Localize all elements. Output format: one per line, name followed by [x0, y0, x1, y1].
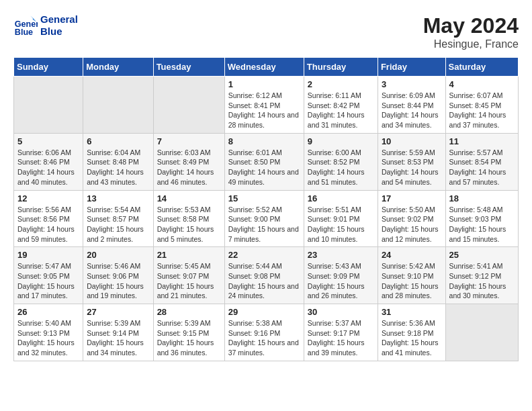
logo-text-blue: Blue — [40, 26, 78, 38]
day-cell: 23 Sunrise: 5:43 AM Sunset: 9:09 PM Dayl… — [304, 247, 378, 304]
day-cell: 18 Sunrise: 5:48 AM Sunset: 9:03 PM Dayl… — [445, 190, 518, 247]
day-number: 21 — [157, 250, 221, 260]
day-info: Sunrise: 5:41 AM Sunset: 9:12 PM Dayligh… — [449, 261, 515, 301]
day-number: 5 — [17, 136, 79, 146]
day-number: 1 — [228, 79, 300, 89]
day-cell: 29 Sunrise: 5:38 AM Sunset: 9:16 PM Dayl… — [224, 304, 304, 361]
days-header-row: SundayMondayTuesdayWednesdayThursdayFrid… — [14, 58, 519, 77]
day-cell: 15 Sunrise: 5:52 AM Sunset: 9:00 PM Dayl… — [224, 190, 304, 247]
week-row-5: 26 Sunrise: 5:40 AM Sunset: 9:13 PM Dayl… — [14, 304, 519, 361]
day-cell: 27 Sunrise: 5:39 AM Sunset: 9:14 PM Dayl… — [83, 304, 153, 361]
day-header-tuesday: Tuesday — [153, 58, 224, 77]
day-cell: 31 Sunrise: 5:36 AM Sunset: 9:18 PM Dayl… — [378, 304, 445, 361]
day-cell — [14, 77, 83, 134]
day-cell: 3 Sunrise: 6:09 AM Sunset: 8:44 PM Dayli… — [378, 77, 445, 134]
day-cell: 21 Sunrise: 5:45 AM Sunset: 9:07 PM Dayl… — [153, 247, 224, 304]
day-number: 24 — [382, 250, 442, 260]
day-info: Sunrise: 5:53 AM Sunset: 8:58 PM Dayligh… — [157, 205, 221, 244]
day-cell: 20 Sunrise: 5:46 AM Sunset: 9:06 PM Dayl… — [83, 247, 153, 304]
day-number: 10 — [382, 136, 442, 146]
day-number: 26 — [17, 307, 79, 317]
day-number: 20 — [87, 250, 149, 260]
day-number: 28 — [157, 307, 221, 317]
day-cell: 14 Sunrise: 5:53 AM Sunset: 8:58 PM Dayl… — [153, 190, 224, 247]
day-number: 12 — [17, 193, 79, 203]
day-number: 9 — [308, 136, 374, 146]
day-cell: 16 Sunrise: 5:51 AM Sunset: 9:01 PM Dayl… — [304, 190, 378, 247]
day-number: 22 — [228, 250, 300, 260]
day-number: 17 — [382, 193, 442, 203]
day-info: Sunrise: 6:12 AM Sunset: 8:41 PM Dayligh… — [228, 91, 300, 130]
day-info: Sunrise: 5:52 AM Sunset: 9:00 PM Dayligh… — [228, 205, 300, 244]
day-cell: 6 Sunrise: 6:04 AM Sunset: 8:48 PM Dayli… — [83, 133, 153, 190]
week-row-2: 5 Sunrise: 6:06 AM Sunset: 8:46 PM Dayli… — [14, 133, 519, 190]
day-info: Sunrise: 5:39 AM Sunset: 9:15 PM Dayligh… — [157, 318, 221, 358]
day-header-wednesday: Wednesday — [224, 58, 304, 77]
day-info: Sunrise: 5:37 AM Sunset: 9:17 PM Dayligh… — [308, 318, 374, 358]
day-cell: 17 Sunrise: 5:50 AM Sunset: 9:02 PM Dayl… — [378, 190, 445, 247]
day-number: 7 — [157, 136, 221, 146]
logo: General Blue General Blue — [13, 13, 78, 38]
day-info: Sunrise: 6:00 AM Sunset: 8:52 PM Dayligh… — [308, 148, 374, 187]
day-number: 8 — [228, 136, 300, 146]
day-header-saturday: Saturday — [445, 58, 518, 77]
day-header-thursday: Thursday — [304, 58, 378, 77]
day-cell: 19 Sunrise: 5:47 AM Sunset: 9:05 PM Dayl… — [14, 247, 83, 304]
day-cell: 30 Sunrise: 5:37 AM Sunset: 9:17 PM Dayl… — [304, 304, 378, 361]
day-info: Sunrise: 5:45 AM Sunset: 9:07 PM Dayligh… — [157, 261, 221, 301]
day-info: Sunrise: 5:50 AM Sunset: 9:02 PM Dayligh… — [382, 205, 442, 244]
day-number: 27 — [87, 307, 149, 317]
day-number: 13 — [87, 193, 149, 203]
day-cell: 11 Sunrise: 5:57 AM Sunset: 8:54 PM Dayl… — [445, 133, 518, 190]
day-cell — [445, 304, 518, 361]
day-info: Sunrise: 5:44 AM Sunset: 9:08 PM Dayligh… — [228, 261, 300, 301]
day-cell: 8 Sunrise: 6:01 AM Sunset: 8:50 PM Dayli… — [224, 133, 304, 190]
day-cell: 1 Sunrise: 6:12 AM Sunset: 8:41 PM Dayli… — [224, 77, 304, 134]
day-number: 25 — [449, 250, 515, 260]
week-row-3: 12 Sunrise: 5:56 AM Sunset: 8:56 PM Dayl… — [14, 190, 519, 247]
day-info: Sunrise: 6:11 AM Sunset: 8:42 PM Dayligh… — [308, 91, 374, 130]
day-info: Sunrise: 5:36 AM Sunset: 9:18 PM Dayligh… — [382, 318, 442, 358]
day-info: Sunrise: 5:39 AM Sunset: 9:14 PM Dayligh… — [87, 318, 149, 358]
day-info: Sunrise: 5:43 AM Sunset: 9:09 PM Dayligh… — [308, 261, 374, 301]
day-cell: 7 Sunrise: 6:03 AM Sunset: 8:49 PM Dayli… — [153, 133, 224, 190]
day-number: 18 — [449, 193, 515, 203]
day-info: Sunrise: 5:57 AM Sunset: 8:54 PM Dayligh… — [449, 148, 515, 187]
day-info: Sunrise: 5:48 AM Sunset: 9:03 PM Dayligh… — [449, 205, 515, 244]
day-number: 2 — [308, 79, 374, 89]
day-info: Sunrise: 6:09 AM Sunset: 8:44 PM Dayligh… — [382, 91, 442, 130]
day-info: Sunrise: 5:40 AM Sunset: 9:13 PM Dayligh… — [17, 318, 79, 358]
day-info: Sunrise: 6:06 AM Sunset: 8:46 PM Dayligh… — [17, 148, 79, 187]
day-cell: 10 Sunrise: 5:59 AM Sunset: 8:53 PM Dayl… — [378, 133, 445, 190]
day-number: 14 — [157, 193, 221, 203]
logo-text-general: General — [40, 13, 78, 26]
day-cell: 25 Sunrise: 5:41 AM Sunset: 9:12 PM Dayl… — [445, 247, 518, 304]
day-cell — [153, 77, 224, 134]
day-info: Sunrise: 5:42 AM Sunset: 9:10 PM Dayligh… — [382, 261, 442, 301]
day-cell: 22 Sunrise: 5:44 AM Sunset: 9:08 PM Dayl… — [224, 247, 304, 304]
day-number: 19 — [17, 250, 79, 260]
day-header-friday: Friday — [378, 58, 445, 77]
day-info: Sunrise: 5:47 AM Sunset: 9:05 PM Dayligh… — [17, 261, 79, 301]
day-number: 11 — [449, 136, 515, 146]
calendar-table: SundayMondayTuesdayWednesdayThursdayFrid… — [13, 57, 519, 361]
day-cell — [83, 77, 153, 134]
day-info: Sunrise: 5:56 AM Sunset: 8:56 PM Dayligh… — [17, 205, 79, 244]
day-info: Sunrise: 6:04 AM Sunset: 8:48 PM Dayligh… — [87, 148, 149, 187]
day-cell: 4 Sunrise: 6:07 AM Sunset: 8:45 PM Dayli… — [445, 77, 518, 134]
day-number: 15 — [228, 193, 300, 203]
calendar-subtitle: Hesingue, France — [423, 38, 519, 50]
day-number: 16 — [308, 193, 374, 203]
day-cell: 28 Sunrise: 5:39 AM Sunset: 9:15 PM Dayl… — [153, 304, 224, 361]
day-info: Sunrise: 5:46 AM Sunset: 9:06 PM Dayligh… — [87, 261, 149, 301]
day-cell: 9 Sunrise: 6:00 AM Sunset: 8:52 PM Dayli… — [304, 133, 378, 190]
day-header-sunday: Sunday — [14, 58, 83, 77]
calendar-title: May 2024 — [423, 13, 519, 38]
day-cell: 5 Sunrise: 6:06 AM Sunset: 8:46 PM Dayli… — [14, 133, 83, 190]
page-header: General Blue General Blue May 2024 Hesin… — [13, 13, 519, 50]
week-row-1: 1 Sunrise: 6:12 AM Sunset: 8:41 PM Dayli… — [14, 77, 519, 134]
day-number: 6 — [87, 136, 149, 146]
day-number: 4 — [449, 79, 515, 89]
logo-icon: General Blue — [13, 13, 38, 38]
title-area: May 2024 Hesingue, France — [423, 13, 519, 50]
